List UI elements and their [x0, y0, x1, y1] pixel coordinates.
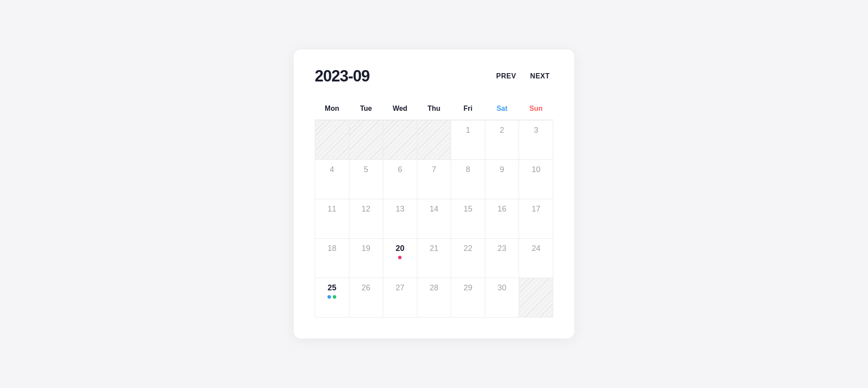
weekday-header-sun: Sun	[519, 99, 553, 120]
weekday-header-fri: Fri	[451, 99, 485, 120]
day-number: 6	[388, 165, 413, 174]
calendar: 2023-09 PREV NEXT MonTueWedThuFriSatSun …	[294, 49, 574, 339]
blue-dot	[327, 295, 331, 299]
weekday-header-wed: Wed	[383, 99, 417, 120]
calendar-cell[interactable]: 27	[383, 278, 417, 317]
calendar-cell[interactable]: 1	[451, 120, 485, 159]
calendar-cell[interactable]: 5	[349, 159, 383, 199]
day-number: 25	[320, 283, 345, 293]
calendar-cell[interactable]: 14	[417, 199, 451, 238]
calendar-cell[interactable]: 25	[315, 278, 349, 317]
calendar-cell[interactable]: 8	[451, 159, 485, 199]
calendar-cell[interactable]: 24	[519, 238, 553, 278]
red-dot	[398, 256, 402, 259]
day-number: 1	[455, 126, 480, 135]
calendar-cell[interactable]: 29	[451, 278, 485, 317]
weekday-header-thu: Thu	[417, 99, 451, 120]
calendar-cell[interactable]: 30	[485, 278, 519, 317]
week-row-0: 123	[315, 120, 553, 159]
calendar-cell[interactable]: 12	[349, 199, 383, 238]
day-number: 2	[490, 126, 515, 135]
day-number: 29	[455, 283, 480, 293]
calendar-cell	[383, 120, 417, 159]
day-number: 10	[523, 165, 548, 174]
day-number: 4	[320, 165, 345, 174]
dots-row	[320, 295, 345, 299]
calendar-cell[interactable]: 22	[451, 238, 485, 278]
calendar-cell[interactable]: 9	[485, 159, 519, 199]
calendar-cell[interactable]: 26	[349, 278, 383, 317]
day-number: 7	[422, 165, 447, 174]
calendar-cell	[315, 120, 349, 159]
calendar-cell[interactable]: 17	[519, 199, 553, 238]
day-number: 13	[388, 205, 413, 214]
calendar-cell[interactable]: 20	[383, 238, 417, 278]
week-row-2: 11121314151617	[315, 199, 553, 238]
day-number: 21	[422, 244, 447, 253]
calendar-cell	[417, 120, 451, 159]
next-button[interactable]: NEXT	[526, 71, 553, 82]
week-row-3: 18192021222324	[315, 238, 553, 278]
calendar-cell[interactable]: 23	[485, 238, 519, 278]
day-number: 9	[490, 165, 515, 174]
calendar-cell[interactable]: 18	[315, 238, 349, 278]
calendar-cell[interactable]: 3	[519, 120, 553, 159]
day-number: 24	[523, 244, 548, 253]
calendar-cell[interactable]: 4	[315, 159, 349, 199]
weekday-header-tue: Tue	[349, 99, 383, 120]
day-number: 5	[354, 165, 379, 174]
calendar-cell[interactable]: 15	[451, 199, 485, 238]
calendar-cell	[519, 278, 553, 317]
day-number: 26	[354, 283, 379, 293]
nav-buttons: PREV NEXT	[493, 71, 553, 82]
day-number: 22	[455, 244, 480, 253]
dots-row	[388, 256, 413, 259]
day-number: 11	[320, 205, 345, 214]
weekday-header-sat: Sat	[485, 99, 519, 120]
calendar-cell[interactable]: 11	[315, 199, 349, 238]
calendar-title: 2023-09	[315, 67, 370, 85]
day-number: 16	[490, 205, 515, 214]
calendar-grid: MonTueWedThuFriSatSun 123456789101112131…	[315, 99, 553, 317]
day-number: 23	[490, 244, 515, 253]
calendar-cell[interactable]: 28	[417, 278, 451, 317]
day-number: 8	[455, 165, 480, 174]
day-number: 15	[455, 205, 480, 214]
day-number: 20	[388, 244, 413, 253]
calendar-cell[interactable]: 6	[383, 159, 417, 199]
day-number: 12	[354, 205, 379, 214]
calendar-cell[interactable]: 2	[485, 120, 519, 159]
day-number: 18	[320, 244, 345, 253]
calendar-header: 2023-09 PREV NEXT	[315, 67, 553, 85]
day-number: 19	[354, 244, 379, 253]
weekday-header-mon: Mon	[315, 99, 349, 120]
week-row-1: 45678910	[315, 159, 553, 199]
calendar-cell[interactable]: 16	[485, 199, 519, 238]
day-number: 14	[422, 205, 447, 214]
calendar-cell[interactable]: 19	[349, 238, 383, 278]
day-number: 17	[523, 205, 548, 214]
day-number: 3	[523, 126, 548, 135]
calendar-cell[interactable]: 21	[417, 238, 451, 278]
day-number: 27	[388, 283, 413, 293]
green-dot	[333, 295, 336, 299]
prev-button[interactable]: PREV	[493, 71, 520, 82]
week-row-4: 252627282930	[315, 278, 553, 317]
calendar-cell[interactable]: 13	[383, 199, 417, 238]
calendar-cell	[349, 120, 383, 159]
calendar-cell[interactable]: 7	[417, 159, 451, 199]
calendar-cell[interactable]: 10	[519, 159, 553, 199]
day-number: 28	[422, 283, 447, 293]
day-number: 30	[490, 283, 515, 293]
